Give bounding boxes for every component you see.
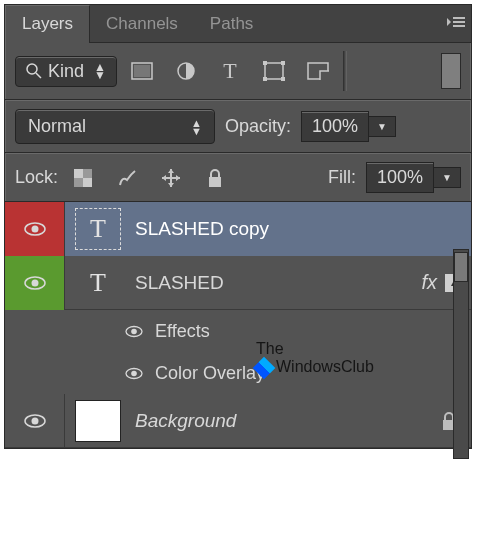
lock-transparent-icon[interactable]: [68, 166, 98, 190]
type-layer-thumb[interactable]: T: [75, 262, 121, 304]
layer-name[interactable]: SLASHED: [135, 272, 224, 294]
lock-position-icon[interactable]: [156, 166, 186, 190]
lock-row: Lock: Fill: 100% ▼: [5, 153, 471, 202]
blend-mode-value: Normal: [28, 116, 86, 137]
scrollbar[interactable]: [453, 249, 469, 459]
divider: [343, 51, 347, 91]
effects-sublist: Effects Color Overlay: [5, 310, 471, 394]
fill-value: 100%: [366, 162, 434, 193]
svg-rect-14: [320, 71, 329, 80]
svg-rect-18: [209, 177, 221, 187]
panel-tabs: Layers Channels Paths: [5, 5, 471, 43]
fill-slider-toggle[interactable]: ▼: [434, 167, 461, 188]
visibility-toggle[interactable]: [5, 202, 65, 256]
filter-kind-label: Kind: [48, 61, 84, 82]
search-icon: [26, 63, 42, 79]
layers-list: T SLASHED copy T SLASHED fx ▲ Effects C: [5, 202, 471, 448]
eye-icon: [24, 275, 46, 291]
smart-filter-icon[interactable]: [303, 59, 333, 83]
svg-rect-0: [453, 17, 465, 19]
svg-point-26: [131, 370, 137, 376]
effects-label: Effects: [155, 321, 210, 342]
eye-icon[interactable]: [125, 367, 143, 380]
color-swatch[interactable]: [441, 53, 461, 89]
layer-row-background[interactable]: Background: [5, 394, 471, 448]
svg-rect-10: [281, 61, 285, 65]
chevron-down-icon: ▼: [442, 172, 452, 183]
tab-paths[interactable]: Paths: [194, 6, 269, 42]
svg-point-28: [31, 417, 38, 424]
eye-icon: [24, 221, 46, 237]
svg-rect-1: [453, 21, 465, 23]
svg-point-24: [131, 328, 137, 334]
opacity-slider-toggle[interactable]: ▼: [369, 116, 396, 137]
type-layer-thumb[interactable]: T: [75, 208, 121, 250]
svg-point-22: [31, 279, 38, 286]
scroll-thumb[interactable]: [454, 252, 468, 282]
layer-thumb[interactable]: [75, 400, 121, 442]
blend-mode-select[interactable]: Normal ▲▼: [15, 109, 215, 144]
lock-image-icon[interactable]: [112, 166, 142, 190]
visibility-toggle[interactable]: [5, 394, 65, 448]
tab-layers[interactable]: Layers: [5, 5, 90, 43]
fill-label: Fill:: [328, 167, 356, 188]
svg-rect-2: [453, 25, 465, 27]
effect-color-overlay[interactable]: Color Overlay: [5, 352, 471, 394]
chevron-down-icon: ▼: [377, 121, 387, 132]
svg-rect-6: [134, 65, 150, 77]
tab-channels[interactable]: Channels: [90, 6, 194, 42]
svg-rect-11: [263, 77, 267, 81]
shape-filter-icon[interactable]: [259, 59, 289, 83]
svg-point-20: [31, 225, 38, 232]
fill-input[interactable]: 100% ▼: [366, 162, 461, 193]
eye-icon: [24, 413, 46, 429]
effect-name: Color Overlay: [155, 363, 265, 384]
layers-panel: Layers Channels Paths Kind ▲▼ T Normal ▲…: [4, 4, 472, 449]
lock-all-icon[interactable]: [200, 166, 230, 190]
layer-row-slashed[interactable]: T SLASHED fx ▲: [5, 256, 471, 310]
stepper-arrows-icon: ▲▼: [94, 63, 106, 79]
filter-type-icons: T: [127, 59, 333, 83]
panel-menu-icon[interactable]: [447, 15, 465, 29]
filter-row: Kind ▲▼ T: [5, 43, 471, 100]
pixel-filter-icon[interactable]: [127, 59, 157, 83]
svg-line-4: [36, 73, 41, 78]
adjustment-filter-icon[interactable]: [171, 59, 201, 83]
svg-point-3: [27, 64, 37, 74]
layer-name[interactable]: SLASHED copy: [135, 218, 269, 240]
layer-row-slashed-copy[interactable]: T SLASHED copy: [5, 202, 471, 256]
eye-icon[interactable]: [125, 325, 143, 338]
type-filter-icon[interactable]: T: [215, 59, 245, 83]
svg-rect-16: [74, 169, 83, 178]
opacity-label: Opacity:: [225, 116, 291, 137]
layer-name[interactable]: Background: [135, 410, 236, 432]
effects-header[interactable]: Effects: [5, 310, 471, 352]
svg-rect-12: [281, 77, 285, 81]
svg-rect-17: [83, 178, 92, 187]
visibility-toggle[interactable]: [5, 256, 65, 310]
blend-row: Normal ▲▼ Opacity: 100% ▼: [5, 100, 471, 153]
svg-rect-8: [265, 63, 283, 79]
fx-badge: fx: [421, 271, 437, 294]
opacity-value: 100%: [301, 111, 369, 142]
opacity-input[interactable]: 100% ▼: [301, 111, 396, 142]
lock-label: Lock:: [15, 167, 58, 188]
svg-rect-9: [263, 61, 267, 65]
lock-icons: [68, 166, 230, 190]
filter-kind-select[interactable]: Kind ▲▼: [15, 56, 117, 87]
stepper-arrows-icon: ▲▼: [191, 119, 202, 135]
